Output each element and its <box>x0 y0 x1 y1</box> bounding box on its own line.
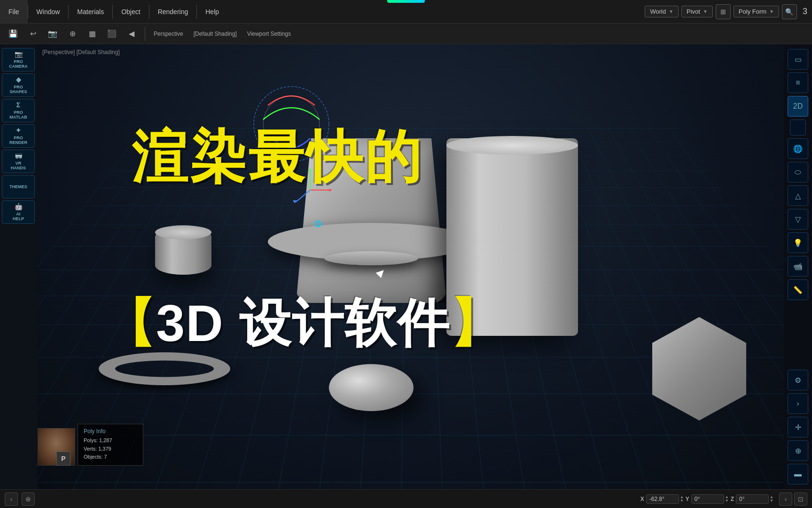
status-bar: ‹ ⊕ X ▲ ▼ Y ▲ ▼ Z ▲ ▼ ‹ ⊡ <box>0 489 812 508</box>
menu-bar: File Window Materials Object Rendering H… <box>0 0 812 24</box>
sidebar-themes[interactable]: THEMES <box>2 175 35 198</box>
cup-bottom-disk <box>324 251 418 265</box>
poly-info-title: Poly Info <box>84 428 137 435</box>
status-nav-expand[interactable]: ⊡ <box>794 492 807 506</box>
overlay-text-line2: 【3D 设计软件】 <box>103 289 502 359</box>
cone-btn[interactable]: ▽ <box>788 209 808 230</box>
z-down-arrow[interactable]: ▼ <box>770 499 773 503</box>
scene-objects <box>38 44 784 489</box>
selection-indicator <box>315 221 321 227</box>
ruler-btn[interactable]: 📏 <box>788 279 808 300</box>
rect-btn[interactable]: ▬ <box>788 464 808 484</box>
z-label: Z <box>731 496 734 502</box>
nav-back-btn[interactable]: ‹ <box>5 492 18 506</box>
toolbar-sep <box>145 27 145 41</box>
y-down-arrow[interactable]: ▼ <box>725 499 729 503</box>
cube-btn[interactable]: ⬛ <box>103 26 120 41</box>
x-label: X <box>640 496 644 502</box>
sidebar-pro-shapes[interactable]: ◆ PROSHAPES <box>2 73 35 97</box>
sidebar-pro-render[interactable]: ✦ PRORENDER <box>2 124 35 148</box>
world-dropdown[interactable]: World ▼ <box>645 6 679 17</box>
viewport-settings-label[interactable]: Viewport Settings <box>243 31 295 37</box>
arrow-right-btn[interactable]: › <box>788 393 808 414</box>
save-btn[interactable]: 💾 <box>5 26 22 41</box>
pivot-dropdown-arrow: ▼ <box>703 9 708 14</box>
world-dropdown-arrow: ▼ <box>669 9 673 14</box>
maximize-btn[interactable] <box>790 119 806 135</box>
polyform-dropdown[interactable]: Poly Form ▼ <box>734 6 779 17</box>
orbit2-btn[interactable]: ⊕ <box>788 440 808 461</box>
x-input[interactable] <box>646 494 679 504</box>
pivot-dropdown[interactable]: Pivot ▼ <box>681 6 713 17</box>
poly-info-panel: Poly Info Polys: 1,287 Verts: 1,379 Obje… <box>78 424 143 466</box>
undo-btn[interactable]: ↩ <box>24 26 41 41</box>
sidebar-pro-matlab[interactable]: Σ PROMATLAB <box>2 99 35 122</box>
triangle-btn[interactable]: △ <box>788 185 808 206</box>
poly-info-verts: Verts: 1,379 <box>84 445 137 453</box>
nav-expand-btn[interactable]: ⊕ <box>22 492 35 506</box>
matlab-icon: Σ <box>16 101 20 109</box>
p-badge: P <box>56 452 70 466</box>
camera-icon: 📷 <box>15 50 23 58</box>
sidebar-vr-hands[interactable]: 🥽 VRHANDS <box>2 150 35 173</box>
layout-btn[interactable]: ▦ <box>84 26 101 41</box>
vr-icon: 🥽 <box>15 152 23 160</box>
shading-label[interactable]: [Default Shading] <box>190 31 241 37</box>
menu-file[interactable]: File <box>0 0 28 23</box>
orbit-btn[interactable]: ⊕ <box>64 26 81 41</box>
grid-view-btn[interactable]: ⊞ <box>716 4 731 19</box>
sidebar-ai-help[interactable]: 🤖 AIHELP <box>2 200 35 224</box>
render-icon: ✦ <box>16 127 21 135</box>
menu-right-area: World ▼ Pivot ▼ ⊞ Poly Form ▼ 🔍 3 <box>645 4 812 19</box>
z-input[interactable] <box>736 494 769 504</box>
y-arrows: ▲ ▼ <box>725 495 729 503</box>
globe-btn[interactable]: 🌐 <box>788 138 808 159</box>
shapes-icon: ◆ <box>16 76 21 84</box>
y-label: Y <box>686 496 689 502</box>
nav-arrows: ‹ ⊕ <box>5 492 35 506</box>
light-btn[interactable]: 💡 <box>788 232 808 253</box>
viewport[interactable]: [Perspective] [Default Shading] 渲染最快的 【3… <box>38 44 784 489</box>
status-nav-back[interactable]: ‹ <box>779 492 792 506</box>
top-indicator <box>387 0 425 3</box>
left-sidebar: 📷 PROCAMERA ◆ PROSHAPES Σ PROMATLAB ✦ PR… <box>0 44 38 489</box>
menu-help[interactable]: Help <box>197 0 227 23</box>
move-btn[interactable]: ✛ <box>788 417 808 437</box>
arrow-btn[interactable]: ◀ <box>123 26 140 41</box>
poly-info-polys: Polys: 1,287 <box>84 437 137 445</box>
search-btn[interactable]: 🔍 <box>782 4 797 19</box>
select-box-btn[interactable]: ▭ <box>788 49 808 70</box>
cylinder-btn[interactable]: ⬭ <box>788 162 808 183</box>
settings-btn[interactable]: ⚙ <box>788 370 808 390</box>
coordinate-group: X ▲ ▼ Y ▲ ▼ Z ▲ ▼ ‹ ⊡ <box>640 492 807 506</box>
sidebar-pro-camera[interactable]: 📷 PROCAMERA <box>2 48 35 71</box>
menu-window[interactable]: Window <box>28 0 69 23</box>
perspective-label[interactable]: Perspective <box>150 31 187 37</box>
z-arrows: ▲ ▼ <box>770 495 773 503</box>
camera2-btn[interactable]: 📹 <box>788 256 808 277</box>
y-input[interactable] <box>691 494 724 504</box>
x-down-arrow[interactable]: ▼ <box>680 499 684 503</box>
menu-materials[interactable]: Materials <box>69 0 112 23</box>
bracket-open: 【 <box>103 294 156 352</box>
cylinder-right-top <box>446 136 578 155</box>
poly-info-objects: Objects: 7 <box>84 453 137 461</box>
toolbar: 💾 ↩ 📷 ⊕ ▦ ⬛ ◀ Perspective [Default Shadi… <box>0 24 812 44</box>
right-sidebar: ▭ ≡ 2D 🌐 ⬭ △ ▽ 💡 📹 📏 ⚙ › ✛ ⊕ ▬ <box>784 44 812 489</box>
menu-extra: 3 <box>800 7 807 16</box>
cylinder-left-top <box>155 225 211 239</box>
x-arrows: ▲ ▼ <box>680 495 684 503</box>
viewport-label: [Perspective] [Default Shading] <box>42 49 120 56</box>
menu-object[interactable]: Object <box>113 0 148 23</box>
sphere-bottom <box>329 364 414 411</box>
menu-rendering[interactable]: Rendering <box>149 0 197 23</box>
hexagon-right <box>652 317 746 421</box>
ai-icon: 🤖 <box>15 203 23 211</box>
polyform-dropdown-arrow: ▼ <box>769 9 774 14</box>
list-btn[interactable]: ≡ <box>788 72 808 93</box>
2d-btn[interactable]: 2D <box>788 96 808 117</box>
camera-btn[interactable]: 📷 <box>44 26 61 41</box>
overlay-middle-text: 3D 设计软件 <box>156 294 450 352</box>
bracket-close: 】 <box>450 294 502 352</box>
overlay-text-line1: 渲染最快的 <box>132 119 423 196</box>
